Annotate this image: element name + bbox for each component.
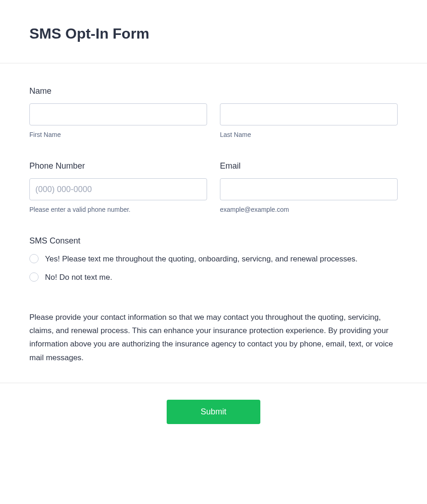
first-name-sublabel: First Name	[29, 131, 207, 138]
last-name-sublabel: Last Name	[220, 131, 398, 138]
contact-row: Phone Number Please enter a valid phone …	[29, 161, 398, 213]
consent-yes-label: Yes! Please text me throughout the quoti…	[45, 253, 358, 265]
form-footer: Submit	[0, 383, 427, 441]
radio-icon	[29, 254, 39, 263]
phone-col: Phone Number Please enter a valid phone …	[29, 161, 207, 213]
email-sublabel: example@example.com	[220, 206, 398, 213]
consent-label: SMS Consent	[29, 236, 398, 246]
email-col: Email example@example.com	[220, 161, 398, 213]
email-input[interactable]	[220, 178, 398, 200]
consent-no-label: No! Do not text me.	[45, 272, 112, 283]
first-name-input[interactable]	[29, 103, 207, 125]
radio-icon	[29, 272, 39, 282]
name-row: First Name Last Name	[29, 103, 398, 138]
last-name-input[interactable]	[220, 103, 398, 125]
phone-sublabel: Please enter a valid phone number.	[29, 206, 207, 213]
consent-option-yes[interactable]: Yes! Please text me throughout the quoti…	[29, 253, 398, 265]
phone-input[interactable]	[29, 178, 207, 200]
page-title: SMS Opt-In Form	[0, 0, 427, 63]
consent-option-no[interactable]: No! Do not text me.	[29, 272, 398, 283]
phone-label: Phone Number	[29, 161, 207, 171]
email-label: Email	[220, 161, 398, 171]
submit-button[interactable]: Submit	[167, 400, 260, 424]
first-name-col: First Name	[29, 103, 207, 138]
name-label: Name	[29, 86, 398, 96]
last-name-col: Last Name	[220, 103, 398, 138]
form-body: Name First Name Last Name Phone Number P…	[0, 63, 427, 383]
consent-section: SMS Consent Yes! Please text me througho…	[29, 236, 398, 283]
disclosure-text: Please provide your contact information …	[29, 311, 398, 364]
